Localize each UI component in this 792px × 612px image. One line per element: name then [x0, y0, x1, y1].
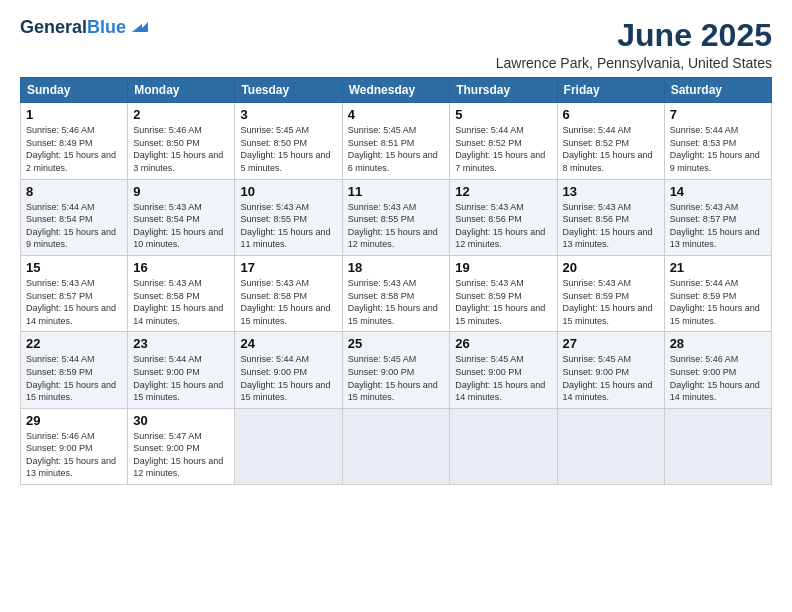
- day-info: Sunrise: 5:43 AMSunset: 8:57 PMDaylight:…: [26, 277, 122, 327]
- week-row-1: 1Sunrise: 5:46 AMSunset: 8:49 PMDaylight…: [21, 103, 772, 179]
- day-number: 23: [133, 336, 229, 351]
- day-cell: 17Sunrise: 5:43 AMSunset: 8:58 PMDayligh…: [235, 255, 342, 331]
- day-info: Sunrise: 5:44 AMSunset: 8:59 PMDaylight:…: [670, 277, 766, 327]
- day-info: Sunrise: 5:44 AMSunset: 8:59 PMDaylight:…: [26, 353, 122, 403]
- day-cell: 29Sunrise: 5:46 AMSunset: 9:00 PMDayligh…: [21, 408, 128, 484]
- svg-marker-0: [132, 22, 148, 32]
- day-number: 9: [133, 184, 229, 199]
- main-title: June 2025: [496, 18, 772, 53]
- day-cell: [557, 408, 664, 484]
- day-info: Sunrise: 5:46 AMSunset: 8:49 PMDaylight:…: [26, 124, 122, 174]
- day-info: Sunrise: 5:44 AMSunset: 8:52 PMDaylight:…: [455, 124, 551, 174]
- day-cell: 27Sunrise: 5:45 AMSunset: 9:00 PMDayligh…: [557, 332, 664, 408]
- day-number: 14: [670, 184, 766, 199]
- header-cell-tuesday: Tuesday: [235, 78, 342, 103]
- day-info: Sunrise: 5:45 AMSunset: 8:50 PMDaylight:…: [240, 124, 336, 174]
- day-cell: 15Sunrise: 5:43 AMSunset: 8:57 PMDayligh…: [21, 255, 128, 331]
- day-number: 26: [455, 336, 551, 351]
- day-number: 6: [563, 107, 659, 122]
- day-number: 22: [26, 336, 122, 351]
- day-cell: 30Sunrise: 5:47 AMSunset: 9:00 PMDayligh…: [128, 408, 235, 484]
- day-number: 4: [348, 107, 445, 122]
- page: GeneralBlue June 2025 Lawrence Park, Pen…: [0, 0, 792, 612]
- day-cell: 6Sunrise: 5:44 AMSunset: 8:52 PMDaylight…: [557, 103, 664, 179]
- week-row-2: 8Sunrise: 5:44 AMSunset: 8:54 PMDaylight…: [21, 179, 772, 255]
- day-number: 2: [133, 107, 229, 122]
- day-cell: 9Sunrise: 5:43 AMSunset: 8:54 PMDaylight…: [128, 179, 235, 255]
- day-info: Sunrise: 5:45 AMSunset: 9:00 PMDaylight:…: [348, 353, 445, 403]
- day-info: Sunrise: 5:43 AMSunset: 8:58 PMDaylight:…: [133, 277, 229, 327]
- day-info: Sunrise: 5:43 AMSunset: 8:55 PMDaylight:…: [240, 201, 336, 251]
- day-cell: 5Sunrise: 5:44 AMSunset: 8:52 PMDaylight…: [450, 103, 557, 179]
- day-info: Sunrise: 5:46 AMSunset: 9:00 PMDaylight:…: [26, 430, 122, 480]
- day-info: Sunrise: 5:44 AMSunset: 8:53 PMDaylight:…: [670, 124, 766, 174]
- header-cell-wednesday: Wednesday: [342, 78, 450, 103]
- day-number: 10: [240, 184, 336, 199]
- day-info: Sunrise: 5:45 AMSunset: 9:00 PMDaylight:…: [563, 353, 659, 403]
- day-number: 19: [455, 260, 551, 275]
- week-row-3: 15Sunrise: 5:43 AMSunset: 8:57 PMDayligh…: [21, 255, 772, 331]
- day-number: 25: [348, 336, 445, 351]
- day-cell: 12Sunrise: 5:43 AMSunset: 8:56 PMDayligh…: [450, 179, 557, 255]
- header-cell-sunday: Sunday: [21, 78, 128, 103]
- day-cell: 14Sunrise: 5:43 AMSunset: 8:57 PMDayligh…: [664, 179, 771, 255]
- day-number: 21: [670, 260, 766, 275]
- day-number: 20: [563, 260, 659, 275]
- calendar-table: SundayMondayTuesdayWednesdayThursdayFrid…: [20, 77, 772, 485]
- day-info: Sunrise: 5:44 AMSunset: 8:52 PMDaylight:…: [563, 124, 659, 174]
- day-cell: 2Sunrise: 5:46 AMSunset: 8:50 PMDaylight…: [128, 103, 235, 179]
- subtitle: Lawrence Park, Pennsylvania, United Stat…: [496, 55, 772, 71]
- day-cell: 22Sunrise: 5:44 AMSunset: 8:59 PMDayligh…: [21, 332, 128, 408]
- header: GeneralBlue June 2025 Lawrence Park, Pen…: [20, 18, 772, 71]
- day-number: 5: [455, 107, 551, 122]
- day-cell: 21Sunrise: 5:44 AMSunset: 8:59 PMDayligh…: [664, 255, 771, 331]
- day-info: Sunrise: 5:46 AMSunset: 9:00 PMDaylight:…: [670, 353, 766, 403]
- day-cell: 16Sunrise: 5:43 AMSunset: 8:58 PMDayligh…: [128, 255, 235, 331]
- calendar-body: 1Sunrise: 5:46 AMSunset: 8:49 PMDaylight…: [21, 103, 772, 485]
- day-cell: 25Sunrise: 5:45 AMSunset: 9:00 PMDayligh…: [342, 332, 450, 408]
- calendar-header: SundayMondayTuesdayWednesdayThursdayFrid…: [21, 78, 772, 103]
- day-cell: 10Sunrise: 5:43 AMSunset: 8:55 PMDayligh…: [235, 179, 342, 255]
- day-cell: [342, 408, 450, 484]
- header-cell-monday: Monday: [128, 78, 235, 103]
- day-number: 7: [670, 107, 766, 122]
- day-info: Sunrise: 5:43 AMSunset: 8:57 PMDaylight:…: [670, 201, 766, 251]
- header-cell-thursday: Thursday: [450, 78, 557, 103]
- day-info: Sunrise: 5:44 AMSunset: 9:00 PMDaylight:…: [240, 353, 336, 403]
- day-info: Sunrise: 5:44 AMSunset: 9:00 PMDaylight:…: [133, 353, 229, 403]
- day-info: Sunrise: 5:45 AMSunset: 9:00 PMDaylight:…: [455, 353, 551, 403]
- day-cell: [450, 408, 557, 484]
- header-cell-friday: Friday: [557, 78, 664, 103]
- day-number: 30: [133, 413, 229, 428]
- day-number: 13: [563, 184, 659, 199]
- day-number: 3: [240, 107, 336, 122]
- day-cell: [235, 408, 342, 484]
- day-cell: 13Sunrise: 5:43 AMSunset: 8:56 PMDayligh…: [557, 179, 664, 255]
- day-info: Sunrise: 5:43 AMSunset: 8:58 PMDaylight:…: [240, 277, 336, 327]
- day-cell: [664, 408, 771, 484]
- day-cell: 20Sunrise: 5:43 AMSunset: 8:59 PMDayligh…: [557, 255, 664, 331]
- header-row: SundayMondayTuesdayWednesdayThursdayFrid…: [21, 78, 772, 103]
- day-number: 1: [26, 107, 122, 122]
- logo: GeneralBlue: [20, 18, 150, 38]
- day-cell: 26Sunrise: 5:45 AMSunset: 9:00 PMDayligh…: [450, 332, 557, 408]
- week-row-5: 29Sunrise: 5:46 AMSunset: 9:00 PMDayligh…: [21, 408, 772, 484]
- logo-general: General: [20, 17, 87, 37]
- day-number: 24: [240, 336, 336, 351]
- day-number: 27: [563, 336, 659, 351]
- logo-blue: Blue: [87, 17, 126, 37]
- day-info: Sunrise: 5:43 AMSunset: 8:58 PMDaylight:…: [348, 277, 445, 327]
- week-row-4: 22Sunrise: 5:44 AMSunset: 8:59 PMDayligh…: [21, 332, 772, 408]
- header-cell-saturday: Saturday: [664, 78, 771, 103]
- day-number: 28: [670, 336, 766, 351]
- day-info: Sunrise: 5:45 AMSunset: 8:51 PMDaylight:…: [348, 124, 445, 174]
- day-number: 8: [26, 184, 122, 199]
- day-cell: 3Sunrise: 5:45 AMSunset: 8:50 PMDaylight…: [235, 103, 342, 179]
- day-number: 18: [348, 260, 445, 275]
- logo-text: GeneralBlue: [20, 18, 126, 38]
- day-cell: 28Sunrise: 5:46 AMSunset: 9:00 PMDayligh…: [664, 332, 771, 408]
- day-info: Sunrise: 5:43 AMSunset: 8:54 PMDaylight:…: [133, 201, 229, 251]
- day-info: Sunrise: 5:43 AMSunset: 8:59 PMDaylight:…: [455, 277, 551, 327]
- day-cell: 18Sunrise: 5:43 AMSunset: 8:58 PMDayligh…: [342, 255, 450, 331]
- day-number: 17: [240, 260, 336, 275]
